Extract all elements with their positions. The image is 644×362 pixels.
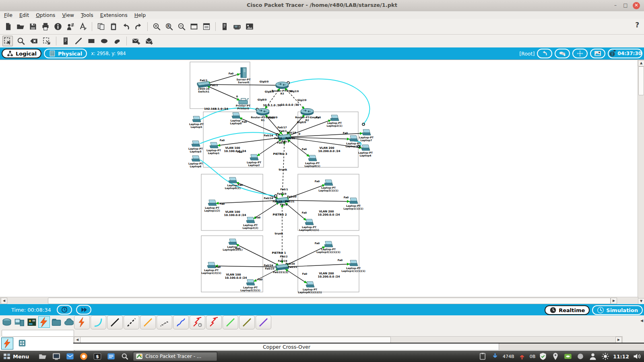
- save-icon[interactable]: [28, 22, 38, 31]
- device-laptop3[interactable]: Laptop-PTLaptop3: [188, 141, 203, 153]
- new-file-icon[interactable]: [3, 22, 13, 31]
- zoom-out-icon[interactable]: [177, 22, 186, 31]
- close-button[interactable]: ✕: [633, 2, 640, 9]
- terminal-icon[interactable]: [52, 352, 61, 361]
- connection-console[interactable]: [91, 315, 106, 329]
- device-laptop2_1_1_1[interactable]: Laptop-PTLaptop2(1)(1)(1): [316, 241, 341, 254]
- device-laptop0[interactable]: Laptop-Laptop0: [230, 113, 242, 125]
- device-laptop2[interactable]: Laptop-PTLaptop2: [247, 154, 262, 167]
- custom-devices-dialog-icon[interactable]: [202, 22, 211, 31]
- vscroll-thumb[interactable]: [638, 66, 644, 95]
- device-server0[interactable]: Server-PTServer0: [237, 68, 251, 84]
- tab-logical[interactable]: Logical: [2, 49, 41, 58]
- connection-copper-straight-through[interactable]: [107, 315, 123, 329]
- redo-icon[interactable]: [134, 22, 143, 31]
- tab-simulation[interactable]: Simulation: [592, 305, 643, 315]
- set-tiled-background-button[interactable]: [590, 49, 605, 58]
- device-laptop1_1_1_1[interactable]: Laptop-PTLaptop1(1)(1)(1): [341, 260, 365, 273]
- device-laptop1_1_1[interactable]: Laptop-PTLaptop1(1)(1): [343, 198, 363, 210]
- notes-icon[interactable]: [220, 22, 229, 31]
- grid-icon[interactable]: [17, 337, 28, 349]
- inspect-icon[interactable]: [16, 36, 26, 46]
- text-editor-icon[interactable]: [106, 352, 116, 361]
- connection-serial-dte[interactable]: [206, 315, 222, 329]
- shell-icon[interactable]: $: [93, 352, 102, 361]
- minimize-button[interactable]: –: [612, 2, 619, 9]
- shield-icon[interactable]: [538, 352, 548, 361]
- back-button[interactable]: [537, 49, 552, 58]
- draw-ellipse-icon[interactable]: [99, 36, 109, 46]
- console-cable-3[interactable]: [200, 160, 275, 196]
- undo-icon[interactable]: [121, 22, 131, 31]
- scroll-up-arrow[interactable]: ▲: [638, 60, 644, 66]
- device-laptop0_1_1_1[interactable]: Laptop-PTLaptop0(1)(1)(1): [298, 282, 322, 294]
- logical-workspace-canvas[interactable]: 2950-24Switch1Server-PTServer0Printer-PT…: [0, 60, 638, 297]
- device-switch1[interactable]: 2950-24Switch1: [197, 82, 210, 93]
- category-multiuser[interactable]: [63, 316, 74, 328]
- device-laptop2_2[interactable]: Laptop-PTLaptop2(2): [242, 217, 258, 230]
- paste-icon[interactable]: [109, 22, 118, 31]
- browser-icon[interactable]: [79, 352, 89, 361]
- device-r1[interactable]: Router-PT-EmptyR1: [251, 109, 275, 122]
- fast-forward-time-button[interactable]: [76, 305, 91, 315]
- status-dot-icon[interactable]: [576, 352, 585, 361]
- connection-coaxial[interactable]: [173, 315, 189, 329]
- device-laptop6[interactable]: Laptop-PTLaptop6: [188, 156, 203, 168]
- device-search-input[interactable]: [2, 330, 74, 337]
- connection-serial-dce[interactable]: [190, 315, 205, 329]
- menu-tools[interactable]: Tools: [81, 12, 93, 18]
- add-simple-pdu-icon[interactable]: [131, 36, 141, 46]
- device-laptop7[interactable]: Laptop-PTLaptop7: [359, 130, 374, 142]
- vertical-scrollbar[interactable]: ▲ ▼: [638, 60, 644, 305]
- net-up-icon[interactable]: [517, 352, 527, 361]
- copy-icon[interactable]: [96, 22, 106, 31]
- activity-wizard-icon[interactable]: [66, 22, 75, 31]
- connection-automatic[interactable]: [74, 315, 90, 329]
- print-icon[interactable]: [41, 22, 50, 31]
- menu-edit[interactable]: Edit: [19, 12, 29, 18]
- zoom-in-icon[interactable]: [152, 22, 161, 31]
- move-object-button[interactable]: [572, 49, 588, 58]
- device-laptop2_2_1[interactable]: Laptop-PTLaptop2(2)(1): [240, 280, 260, 292]
- titlebar[interactable]: Cisco Packet Tracer - /home/r480/LAB/sta…: [0, 0, 644, 12]
- zoom-reset-icon[interactable]: R: [164, 22, 174, 31]
- menu-options[interactable]: Options: [36, 12, 55, 18]
- taskbar-window-button[interactable]: Cisco Packet Tracer - ...: [133, 352, 217, 361]
- volume-icon[interactable]: [632, 352, 642, 361]
- palette-scroll-thumb[interactable]: [80, 337, 391, 343]
- menu-view[interactable]: View: [62, 12, 74, 18]
- image-manager-icon[interactable]: [245, 22, 254, 31]
- palette-scroll-left[interactable]: ◀: [74, 337, 80, 343]
- power-cycle-devices-button[interactable]: [57, 305, 72, 315]
- connection-fiber[interactable]: [140, 315, 156, 329]
- new-window-icon[interactable]: [189, 22, 199, 31]
- place-note-icon[interactable]: [61, 36, 70, 46]
- select-icon[interactable]: [2, 36, 13, 46]
- device-laptop0_1_1[interactable]: Laptop-PTLaptop0(1)(1): [299, 219, 319, 232]
- connection-phone[interactable]: [157, 315, 172, 329]
- help-icon[interactable]: ?: [635, 21, 639, 29]
- scroll-left-arrow[interactable]: ◀: [1, 298, 7, 304]
- nvidia-icon[interactable]: [563, 352, 573, 361]
- device-laptop1_2_1[interactable]: Laptop-PTLaptop1(2)(1): [201, 262, 221, 275]
- device-template-manager-icon[interactable]: [232, 22, 242, 31]
- scroll-down-arrow[interactable]: ▼: [638, 298, 644, 304]
- network-information-icon[interactable]: [53, 22, 63, 31]
- device-laptop2_1[interactable]: Laptop-PTLaptop2(1): [326, 115, 342, 128]
- tab-physical[interactable]: Physical: [44, 49, 87, 58]
- category-connections[interactable]: [38, 316, 50, 328]
- tab-realtime[interactable]: Realtime: [545, 305, 590, 315]
- draw-freeform-icon[interactable]: [112, 36, 122, 46]
- connections-lightning-icon[interactable]: [1, 337, 13, 350]
- net-down-icon[interactable]: [490, 352, 500, 361]
- device-r2[interactable]: Router-PT-EmptyR2: [295, 109, 319, 122]
- maximize-button[interactable]: □: [622, 2, 629, 9]
- connection-octal[interactable]: [223, 315, 238, 329]
- file-manager-icon[interactable]: [38, 352, 47, 361]
- device-laptop2_1_1[interactable]: Laptop-PTLaptop2(1)(1): [318, 180, 338, 192]
- category-components[interactable]: [26, 316, 37, 328]
- os-menu-button[interactable]: Menu: [3, 353, 29, 360]
- device-laptop1_2[interactable]: Laptop-PTLaptop1(2): [204, 200, 220, 212]
- menu-file[interactable]: File: [4, 12, 12, 18]
- draw-rectangle-icon[interactable]: [87, 36, 96, 46]
